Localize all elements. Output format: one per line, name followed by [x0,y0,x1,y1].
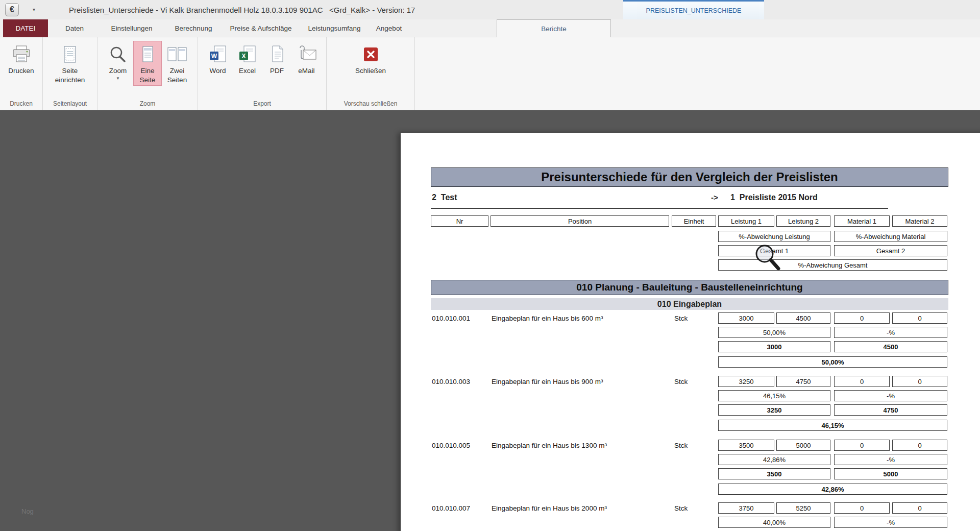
print-button-label: Drucken [8,67,34,75]
col-header-leistung2: Leistung 2 [776,215,830,227]
item-position: Eingabeplan für ein Haus bis 900 m³ [492,378,603,385]
col-header-material1: Material 1 [834,215,890,227]
item-einheit: Stck [674,315,688,322]
value-cell-leistung1: 3750 [718,502,774,514]
export-word-button[interactable]: W Word [204,41,232,77]
value-cell-abw-gesamt: 50,00% [718,356,947,368]
window-titlebar: € ▾ Preislisten_Unterschiede - Vi Kalk B… [0,0,980,19]
ribbon-tab-row: DATEI Daten Einstellungen Berechnung Pre… [0,19,980,37]
export-email-button[interactable]: eMail [292,41,321,77]
tab-angebot[interactable]: Angebot [369,19,409,37]
value-cell-leistung2: 5250 [776,502,830,514]
page-setup-button[interactable]: Seite einrichten [52,41,88,86]
value-cell-material2: 0 [892,440,947,451]
close-preview-label: Schließen [355,67,386,75]
value-cell-gesamt2: 4750 [834,404,947,416]
export-email-label: eMail [298,67,314,75]
page-setup-icon [60,43,80,66]
export-word-label: Word [209,67,226,75]
value-cell-material2: 0 [892,502,947,514]
zoom-button[interactable]: Zoom ▾ [104,41,132,82]
one-page-button[interactable]: Eine Seite [133,41,162,86]
value-cell-material1: 0 [834,440,890,451]
tab-berechnung[interactable]: Berechnung [169,19,217,37]
tab-daten[interactable]: Daten [55,19,94,37]
watermark-text: Nog [21,508,34,515]
export-pdf-button[interactable]: PDF [263,41,291,77]
one-page-label-line1: Eine [140,67,154,75]
compare-target: 1 Preisliste 2015 Nord [730,193,818,202]
report-item: 010.010.001 Eingabeplan für ein Haus bis… [401,312,980,370]
printer-icon [11,43,32,66]
two-pages-icon [166,43,188,66]
ribbon-group-zoom: Zoom ▾ Eine Seite [97,37,198,110]
compare-source: 2 Test [432,193,457,202]
value-cell-material2: 0 [892,312,947,324]
report-title: Preisunterschiede für den Vergleich der … [431,167,948,187]
value-cell-gesamt1: 3000 [718,341,830,352]
col-header-abw-leistung: %-Abweichung Leistung [718,231,830,242]
ribbon-group-export: W Word X Excel [198,37,327,110]
item-position: Eingabeplan für ein Haus bis 1300 m³ [492,442,607,449]
one-page-icon [139,43,156,66]
tab-preise-aufschlaege[interactable]: Preise & Aufschläge [223,19,299,37]
tab-leistungsumfang[interactable]: Leistungsumfang [304,19,364,37]
excel-icon: X [238,43,257,66]
value-cell-gesamt2: 5000 [834,468,947,479]
group-label-zoom: Zoom [140,98,156,110]
col-header-gesamt2: Gesamt 2 [834,245,947,256]
tab-berichte-active[interactable]: Berichte [497,19,611,38]
quick-access-caret-icon[interactable]: ▾ [33,7,35,12]
report-page[interactable]: Preisunterschiede für den Vergleich der … [401,133,980,531]
value-cell-leistung2: 5000 [776,440,830,451]
value-cell-material2: 0 [892,376,947,387]
ribbon-group-drucken: Drucken Drucken [0,37,43,110]
group-label-drucken: Drucken [10,98,33,110]
value-cell-leistung2: 4750 [776,376,830,387]
close-preview-button[interactable]: Schließen [352,41,389,77]
report-item: 010.010.007 Eingabeplan für ein Haus bis… [401,502,980,531]
tab-datei[interactable]: DATEI [3,19,48,37]
report-item: 010.010.003 Eingabeplan für ein Haus bis… [401,376,980,433]
one-page-label-line2: Seite [140,76,156,84]
page-setup-label-line1: Seite [62,67,78,75]
export-pdf-label: PDF [270,67,284,75]
page-setup-label-line2: einrichten [55,76,85,84]
item-einheit: Stck [674,442,688,449]
zoom-magnifier-icon [108,43,128,66]
value-cell-leistung1: 3500 [718,440,774,451]
section-header: 010 Planung - Bauleitung - Baustellenein… [431,280,948,295]
group-label-seitenlayout: Seitenlayout [53,98,87,110]
value-cell-abw-material: -% [834,517,947,528]
value-cell-leistung1: 3250 [718,376,774,387]
print-button[interactable]: Drucken [5,41,37,77]
value-cell-abw-leistung: 42,86% [718,454,830,465]
value-cell-abw-leistung: 50,00% [718,327,830,338]
ribbon-group-seitenlayout: Seite einrichten Seitenlayout [43,37,97,110]
close-icon [361,43,380,66]
col-header-abw-material: %-Abweichung Material [834,231,947,242]
item-nr: 010.010.005 [432,442,470,449]
contextual-tab-group-label: PREISLISTEN_UNTERSCHIEDE [623,0,764,19]
euro-app-icon[interactable]: € [5,3,19,16]
compare-underline [431,208,888,209]
value-cell-abw-gesamt: 42,86% [718,484,947,495]
value-cell-material1: 0 [834,312,890,324]
col-header-material2: Material 2 [892,215,947,227]
zoom-dropdown-caret-icon[interactable]: ▾ [117,76,119,81]
value-cell-abw-material: -% [834,454,947,465]
svg-text:W: W [211,53,217,60]
value-cell-gesamt1: 3250 [718,404,830,416]
value-cell-material1: 0 [834,502,890,514]
export-excel-button[interactable]: X Excel [233,41,262,77]
value-cell-abw-gesamt: 46,15% [718,420,947,431]
two-pages-button[interactable]: Zwei Seiten [163,41,191,86]
tab-einstellungen[interactable]: Einstellungen [100,19,163,37]
col-header-gesamt1: Gesamt 1 [718,245,830,256]
item-nr: 010.010.001 [432,315,470,322]
preview-area[interactable]: Nog Preisunterschiede für den Vergleich … [0,110,980,531]
value-cell-material1: 0 [834,376,890,387]
item-position: Eingabeplan für ein Haus bis 600 m³ [492,315,603,322]
item-einheit: Stck [674,378,688,385]
value-cell-abw-material: -% [834,390,947,401]
